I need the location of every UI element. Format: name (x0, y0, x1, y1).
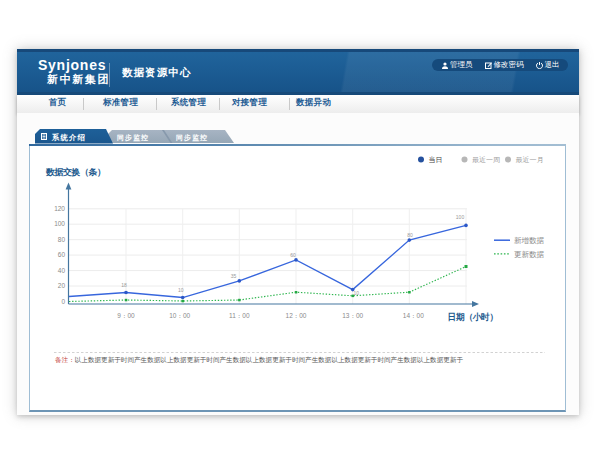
svg-text:60: 60 (290, 251, 296, 257)
svg-text:120: 120 (54, 205, 65, 212)
svg-text:备注：以上数据更新于时间产生数据以上数据更新于时间产生数据以: 备注：以上数据更新于时间产生数据以上数据更新于时间产生数据以上数据更新于时间产生… (55, 356, 463, 364)
svg-text:10：00: 10：00 (169, 312, 190, 319)
svg-text:100: 100 (54, 220, 65, 227)
svg-text:60: 60 (57, 251, 65, 258)
svg-text:当日: 当日 (428, 156, 442, 164)
svg-text:新增数据: 新增数据 (514, 236, 545, 245)
svg-text:10: 10 (177, 287, 183, 293)
svg-text:更新数据: 更新数据 (514, 249, 545, 258)
svg-text:40: 40 (57, 266, 65, 273)
svg-text:80: 80 (407, 231, 413, 237)
svg-text:11：00: 11：00 (229, 312, 250, 319)
svg-text:14：00: 14：00 (402, 312, 423, 319)
svg-text:数据交换（条）: 数据交换（条） (45, 167, 105, 177)
svg-text:80: 80 (57, 235, 65, 242)
svg-text:日期（小时）: 日期（小时） (447, 311, 497, 321)
svg-text:最近一周: 最近一周 (472, 156, 500, 163)
svg-text:20: 20 (57, 282, 65, 289)
svg-text:9：00: 9：00 (117, 312, 135, 319)
svg-text:18: 18 (121, 282, 127, 288)
svg-text:最近一月: 最近一月 (515, 156, 543, 164)
svg-text:12：00: 12：00 (285, 312, 306, 319)
svg-text:0: 0 (61, 297, 65, 304)
svg-text:100: 100 (455, 214, 464, 220)
svg-text:13：00: 13：00 (342, 312, 363, 319)
svg-text:10: 10 (353, 289, 359, 295)
svg-text:35: 35 (230, 272, 236, 278)
